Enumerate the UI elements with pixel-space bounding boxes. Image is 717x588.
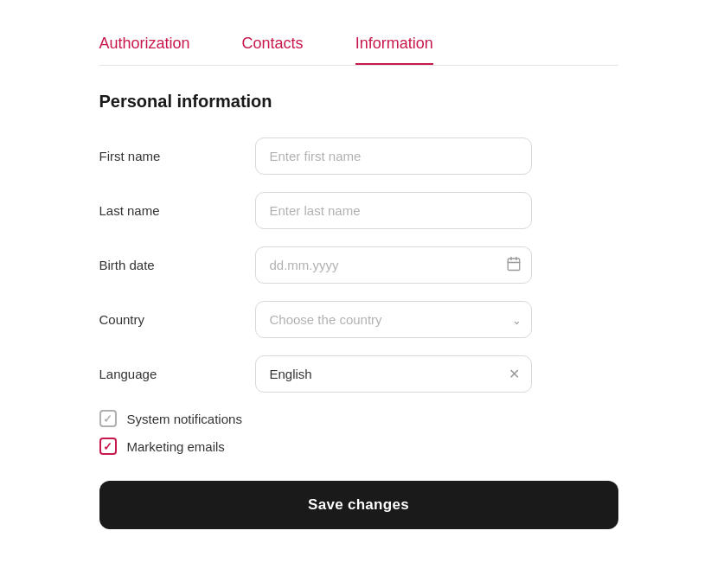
system-notifications-checkbox[interactable]: ✓: [99, 410, 117, 427]
birth-date-control: [255, 246, 532, 284]
date-wrapper: [255, 246, 532, 284]
checkboxes-section: ✓ System notifications ✓ Marketing email…: [99, 410, 618, 455]
language-row: Language ✕: [99, 355, 618, 393]
birth-date-label: Birth date: [99, 258, 255, 272]
first-name-label: First name: [99, 149, 255, 163]
last-name-input[interactable]: [255, 192, 532, 229]
first-name-input[interactable]: [255, 137, 532, 175]
page-container: Authorization Contacts Information Perso…: [74, 17, 644, 564]
marketing-emails-label: Marketing emails: [127, 439, 225, 454]
country-input[interactable]: [255, 301, 532, 338]
marketing-emails-row: ✓ Marketing emails: [99, 438, 618, 455]
tab-authorization[interactable]: Authorization: [99, 35, 190, 65]
language-clear-button[interactable]: ✕: [505, 364, 523, 385]
language-control: ✕: [255, 355, 532, 393]
first-name-control: [255, 137, 532, 175]
language-input[interactable]: [255, 355, 532, 393]
section-title: Personal information: [99, 92, 618, 112]
last-name-control: [255, 192, 532, 229]
tab-information[interactable]: Information: [355, 35, 433, 65]
checkmark-icon: ✓: [103, 440, 112, 453]
country-label: Country: [99, 312, 255, 327]
first-name-row: First name: [99, 137, 618, 175]
tab-contacts[interactable]: Contacts: [242, 35, 304, 65]
country-control: ⌄: [255, 301, 532, 338]
tabs-nav: Authorization Contacts Information: [99, 35, 618, 65]
marketing-emails-checkbox[interactable]: ✓: [99, 438, 117, 455]
system-notifications-label: System notifications: [127, 412, 242, 426]
tabs-divider: [99, 65, 618, 66]
country-row: Country ⌄: [99, 301, 618, 338]
save-changes-button[interactable]: Save changes: [99, 481, 618, 529]
birth-date-input[interactable]: [255, 246, 532, 284]
checkmark-icon: ✓: [103, 412, 112, 425]
language-label: Language: [99, 367, 255, 381]
country-select-wrapper: ⌄: [255, 301, 532, 338]
birth-date-row: Birth date: [99, 246, 618, 284]
system-notifications-row: ✓ System notifications: [99, 410, 618, 427]
last-name-label: Last name: [99, 203, 255, 218]
language-wrapper: ✕: [255, 355, 532, 393]
last-name-row: Last name: [99, 192, 618, 229]
